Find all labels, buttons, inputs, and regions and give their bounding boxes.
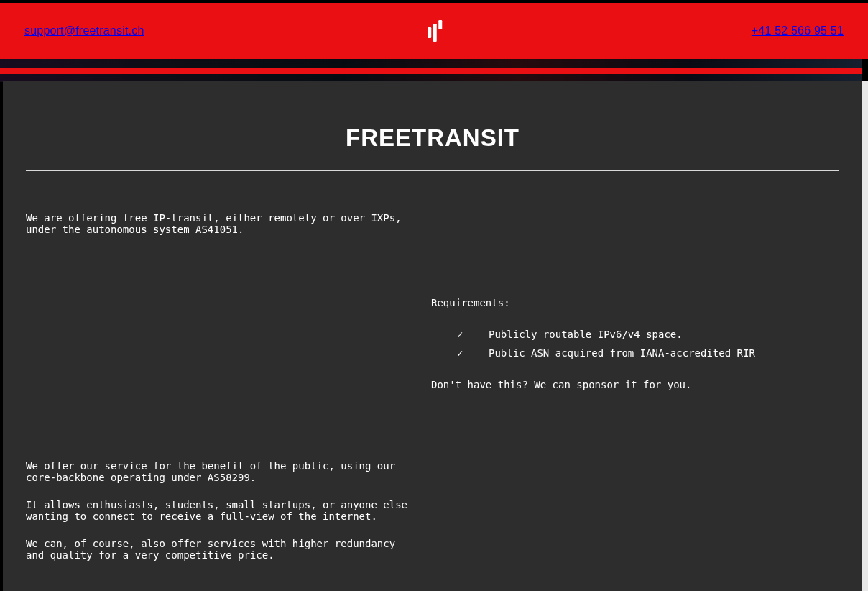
intro-paragraph: We are offering free IP-transit, either …	[26, 212, 420, 235]
about-block: We offer our service for the benefit of …	[26, 460, 418, 577]
check-icon: ✓	[457, 347, 463, 359]
requirement-text: Public ASN acquired from IANA-accredited…	[489, 347, 755, 359]
requirement-item: ✓ Publicly routable IPv6/v4 space.	[431, 329, 834, 340]
about-p1: We offer our service for the benefit of …	[26, 460, 418, 483]
top-banner: support@freetransit.ch +41 52 566 95 51	[0, 3, 868, 59]
requirement-text: Publicly routable IPv6/v4 space.	[489, 329, 683, 340]
support-phone-link[interactable]: +41 52 566 95 51	[752, 24, 844, 37]
asn-link[interactable]: AS41051	[195, 224, 238, 235]
svg-rect-1	[433, 24, 437, 42]
about-p2: It allows enthusiasts, students, small s…	[26, 499, 418, 522]
banner-underline	[0, 68, 862, 74]
scrollbar-track[interactable]	[862, 81, 868, 591]
support-email-link[interactable]: support@freetransit.ch	[24, 24, 144, 37]
requirements-block: Requirements: ✓ Publicly routable IPv6/v…	[431, 297, 834, 390]
brand-logo-icon[interactable]	[423, 20, 445, 42]
requirement-item: ✓ Public ASN acquired from IANA-accredit…	[431, 347, 834, 359]
svg-rect-0	[428, 27, 431, 38]
requirements-list: ✓ Publicly routable IPv6/v4 space. ✓ Pub…	[431, 329, 834, 359]
sponsor-text: Don't have this? We can sponsor it for y…	[431, 379, 834, 390]
page-title: FREETRANSIT	[3, 124, 862, 152]
intro-text-after: .	[238, 224, 244, 235]
requirements-label: Requirements:	[431, 297, 834, 308]
svg-rect-2	[438, 20, 442, 29]
check-icon: ✓	[457, 329, 463, 340]
main-content: FREETRANSIT We are offering free IP-tran…	[3, 81, 862, 591]
about-p3: We can, of course, also offer services w…	[26, 538, 418, 561]
title-divider	[26, 170, 839, 171]
